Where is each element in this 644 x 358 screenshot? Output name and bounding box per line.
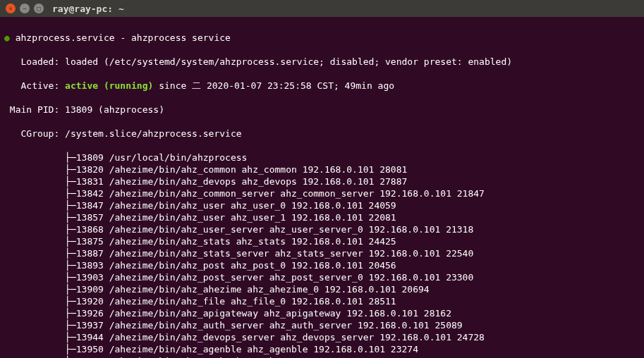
process-tree-line: ├─13847 /ahezime/bin/ahz_user ahz_user_0… (4, 199, 640, 211)
process-tree-line: ├─13920 /ahezime/bin/ahz_file ahz_file_0… (4, 295, 640, 307)
pid-line: Main PID: 13809 (ahzprocess) (4, 104, 640, 116)
process-tree-line: ├─13937 /ahezime/bin/ahz_auth_server ahz… (4, 319, 640, 331)
loaded-label: Loaded: (4, 56, 65, 67)
minimize-icon[interactable]: − (20, 4, 30, 13)
maximize-icon[interactable]: □ (34, 4, 44, 13)
active-line: Active: active (running) since 二 2020-01… (4, 80, 640, 92)
process-tree-line: ├─13857 /ahezime/bin/ahz_user ahz_user_1… (4, 211, 640, 223)
process-tree: ├─13809 /usr/local/bin/ahzprocess ├─1382… (4, 152, 640, 358)
pid-label: Main PID: (4, 104, 65, 115)
process-tree-line: ├─13831 /ahezime/bin/ahz_devops ahz_devo… (4, 175, 640, 187)
active-label: Active: (4, 80, 65, 91)
service-description: ahzprocess service (131, 32, 231, 43)
window-controls: × − □ (6, 4, 44, 13)
cgroup-label: CGroup: (4, 128, 65, 139)
separator: - (120, 32, 126, 43)
process-tree-line: ├─13909 /ahezime/bin/ahz_ahezime ahz_ahe… (4, 283, 640, 295)
titlebar: × − □ ray@ray-pc: ~ (0, 0, 644, 17)
process-tree-line: ├─13887 /ahezime/bin/ahz_stats_server ah… (4, 247, 640, 259)
process-tree-line: ├─13956 /ahezime/bin/ahz_auth ahz_auth_0… (4, 355, 640, 358)
service-name: ahzprocess.service (16, 32, 115, 43)
cgroup-path: /system.slice/ahzprocess.service (65, 128, 241, 139)
loaded-value: loaded (/etc/systemd/system/ahzprocess.s… (65, 56, 512, 67)
active-status: active (running) (65, 80, 153, 91)
process-tree-line: ├─13875 /ahezime/bin/ahz_stats ahz_stats… (4, 235, 640, 247)
process-tree-line: ├─13893 /ahezime/bin/ahz_post ahz_post_0… (4, 259, 640, 271)
pid-value: 13809 (ahzprocess) (65, 104, 164, 115)
loaded-line: Loaded: loaded (/etc/systemd/system/ahzp… (4, 56, 640, 68)
process-tree-line: ├─13809 /usr/local/bin/ahzprocess (4, 152, 640, 163)
cgroup-line: CGroup: /system.slice/ahzprocess.service (4, 128, 640, 140)
close-icon[interactable]: × (6, 4, 16, 13)
active-since: since 二 2020-01-07 23:25:58 CST; 49min a… (153, 80, 394, 91)
process-tree-line: ├─13926 /ahezime/bin/ahz_apigateway ahz_… (4, 307, 640, 319)
process-tree-line: ├─13842 /ahezime/bin/ahz_common_server a… (4, 187, 640, 199)
process-tree-line: ├─13868 /ahezime/bin/ahz_user_server ahz… (4, 223, 640, 235)
service-header: ● ahzprocess.service - ahzprocess servic… (4, 32, 640, 44)
terminal-output[interactable]: ● ahzprocess.service - ahzprocess servic… (0, 17, 644, 358)
process-tree-line: ├─13950 /ahezime/bin/ahz_agenble ahz_age… (4, 343, 640, 355)
process-tree-line: ├─13820 /ahezime/bin/ahz_common ahz_comm… (4, 163, 640, 175)
process-tree-line: ├─13944 /ahezime/bin/ahz_devops_server a… (4, 331, 640, 343)
process-tree-line: ├─13903 /ahezime/bin/ahz_post_server ahz… (4, 271, 640, 283)
status-dot-icon: ● (4, 32, 10, 43)
window-title: ray@ray-pc: ~ (52, 4, 124, 14)
